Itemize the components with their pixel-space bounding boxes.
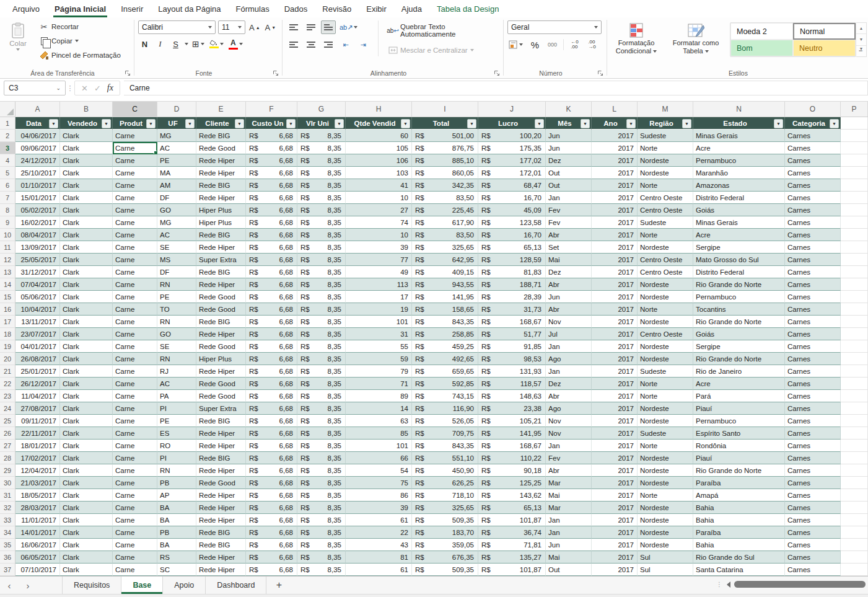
cell-N14[interactable]: Rio Grande do Norte [693,278,785,291]
cell-F26[interactable]: R$6,68 [246,427,297,440]
cell-P8[interactable] [841,204,868,216]
cell-H32[interactable]: 39 [346,502,412,514]
cell-P17[interactable] [841,316,868,328]
cell-N19[interactable]: Sergipe [693,340,785,353]
cell-J18[interactable]: R$51,77 [478,328,546,340]
cell-K14[interactable]: Abr [546,278,592,291]
scrollbar-thumb[interactable] [734,581,866,588]
paste-button[interactable]: Colar [4,20,32,61]
cell-F33[interactable]: R$6,68 [246,514,297,526]
cell-E2[interactable]: Rede BIG [196,130,246,142]
cell-O30[interactable]: Carnes [785,477,841,489]
cell-A21[interactable]: 25/01/2017 [15,365,60,378]
cell-F10[interactable]: R$6,68 [246,229,297,241]
cell-J15[interactable]: R$28,39 [478,291,546,303]
cell-P22[interactable] [841,378,868,390]
cell-M4[interactable]: Nordeste [638,154,693,167]
cell-H29[interactable]: 54 [346,464,412,477]
cell-H3[interactable]: 105 [346,142,412,154]
cell-K37[interactable]: Out [546,564,592,576]
cell-B8[interactable]: Clark [60,204,113,216]
row-number[interactable]: 31 [0,489,15,502]
cell-N29[interactable]: Rio Grande do Norte [693,464,785,477]
cell-K35[interactable]: Jun [546,539,592,551]
cell-D11[interactable]: SE [157,241,196,254]
cell-E12[interactable]: Super Extra [196,254,246,266]
cell-C10[interactable]: Carne [113,229,157,241]
menu-tab-ajuda[interactable]: Ajuda [394,0,429,17]
cell-B25[interactable]: Clark [60,415,113,427]
cell-A16[interactable]: 10/04/2017 [15,303,60,316]
cell-H2[interactable]: 60 [346,130,412,142]
cell-F18[interactable]: R$6,68 [246,328,297,340]
cell-L36[interactable]: 2017 [592,551,638,564]
cell-C23[interactable]: Carne [113,390,157,402]
cell-H28[interactable]: 66 [346,452,412,464]
align-middle-button[interactable] [304,20,318,34]
table-header-G[interactable]: Vlr Uni▼ [297,117,346,130]
filter-icon[interactable]: ▼ [235,119,244,128]
cell-K10[interactable]: Abr [546,229,592,241]
cell-K17[interactable]: Nov [546,316,592,328]
cell-A17[interactable]: 13/11/2017 [15,316,60,328]
row-number[interactable]: 24 [0,402,15,415]
decrease-font-button[interactable]: A▼ [264,20,278,34]
menu-tab-dados[interactable]: Dados [277,0,315,17]
cell-E23[interactable]: Rede Good [196,390,246,402]
cell-O27[interactable]: Carnes [785,440,841,452]
cell-O19[interactable]: Carnes [785,340,841,353]
cell-A33[interactable]: 11/01/2017 [15,514,60,526]
cell-O6[interactable]: Carnes [785,179,841,192]
conditional-formatting-button[interactable]: FormataçãoCondicional [611,21,662,55]
cell-D35[interactable]: BA [157,539,196,551]
cell-K33[interactable]: Jan [546,514,592,526]
cell-L15[interactable]: 2017 [592,291,638,303]
cell-L35[interactable]: 2017 [592,539,638,551]
cell-L17[interactable]: 2017 [592,316,638,328]
column-header-I[interactable]: I [412,102,478,117]
cell-J3[interactable]: R$175,35 [478,142,546,154]
cell-H12[interactable]: 77 [346,254,412,266]
cell-J6[interactable]: R$68,47 [478,179,546,192]
cell-F28[interactable]: R$6,68 [246,452,297,464]
row-number[interactable]: 34 [0,526,15,539]
table-header-J[interactable]: Lucro▼ [478,117,546,130]
cell-G14[interactable]: R$8,35 [297,278,346,291]
cell-D31[interactable]: AP [157,489,196,502]
cell-E9[interactable]: Hiper Plus [196,216,246,229]
cell-J20[interactable]: R$98,53 [478,353,546,365]
decrease-decimal-button[interactable]: .00→0 [585,38,598,51]
cell-N15[interactable]: Pernambuco [693,291,785,303]
cell-G11[interactable]: R$8,35 [297,241,346,254]
cell-I6[interactable]: R$342,35 [412,179,478,192]
cell-J30[interactable]: R$125,25 [478,477,546,489]
cell-A2[interactable]: 04/06/2017 [15,130,60,142]
cell-A3[interactable]: 09/06/2017 [15,142,60,154]
filter-icon[interactable]: ▼ [467,119,476,128]
cell-J34[interactable]: R$36,74 [478,526,546,539]
cell-M32[interactable]: Nordeste [638,502,693,514]
cell-O33[interactable]: Carnes [785,514,841,526]
cell-K6[interactable]: Out [546,179,592,192]
cell-G5[interactable]: R$8,35 [297,167,346,179]
cell-O15[interactable]: Carnes [785,291,841,303]
cell-B16[interactable]: Clark [60,303,113,316]
font-size-select[interactable]: 11 [218,20,245,34]
cell-H7[interactable]: 10 [346,192,412,204]
cell-N18[interactable]: Goiás [693,328,785,340]
cell-E6[interactable]: Rede BIG [196,179,246,192]
table-header-B[interactable]: Vendedo▼ [60,117,113,130]
cell-G19[interactable]: R$8,35 [297,340,346,353]
cell-L22[interactable]: 2017 [592,378,638,390]
gallery-up-icon[interactable]: ▲ [856,23,866,34]
table-header-N[interactable]: Estado▼ [693,117,785,130]
cell-D28[interactable]: PI [157,452,196,464]
cell-F3[interactable]: R$6,68 [246,142,297,154]
cell-F6[interactable]: R$6,68 [246,179,297,192]
cell-G17[interactable]: R$8,35 [297,316,346,328]
increase-indent-button[interactable]: ⇥ [356,38,370,51]
cell-B23[interactable]: Clark [60,390,113,402]
cell-J16[interactable]: R$31,73 [478,303,546,316]
cell-P35[interactable] [841,539,868,551]
cell-L11[interactable]: 2017 [592,241,638,254]
